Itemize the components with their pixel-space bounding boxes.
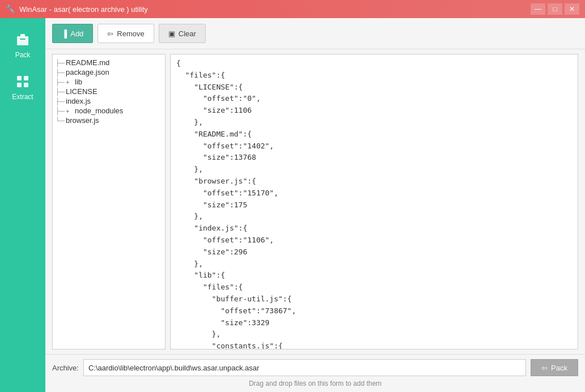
extract-label: Extract	[12, 93, 33, 101]
close-button[interactable]: ✕	[565, 3, 579, 15]
archive-label: Archive:	[52, 364, 79, 372]
clear-label: Clear	[179, 29, 196, 38]
clear-icon: ▣	[168, 29, 175, 38]
app-body: Pack Extract ▐ Add ⇦ Remove	[0, 18, 585, 392]
main-panel: ├─ README.md ├─ package.json ├─ + lib ├─…	[45, 49, 585, 354]
add-button[interactable]: ▐ Add	[52, 24, 93, 43]
list-item: ├─ LICENSE	[55, 87, 163, 96]
pack-icon	[14, 31, 32, 49]
pack-button[interactable]: ⇦ Pack	[531, 359, 578, 376]
add-label: Add	[70, 29, 83, 38]
archive-input[interactable]	[83, 359, 526, 376]
svg-rect-3	[17, 76, 22, 80]
extract-icon	[14, 73, 32, 91]
pack-icon: ⇦	[541, 364, 548, 372]
sidebar-item-pack[interactable]: Pack	[0, 24, 45, 66]
maximize-button[interactable]: □	[548, 3, 562, 15]
add-icon: ▐	[62, 29, 67, 38]
svg-rect-5	[17, 83, 22, 87]
content-area: ▐ Add ⇦ Remove ▣ Clear ├─ README.md ├	[45, 18, 585, 392]
svg-rect-6	[24, 83, 28, 87]
list-item: └─ browser.js	[55, 116, 163, 125]
clear-button[interactable]: ▣ Clear	[159, 24, 206, 43]
archive-row: Archive: ⇦ Pack	[52, 359, 578, 376]
remove-label: Remove	[117, 29, 144, 38]
list-item: ├─ package.json	[55, 67, 163, 77]
sidebar-item-extract[interactable]: Extract	[0, 66, 45, 108]
minimize-button[interactable]: —	[531, 3, 545, 15]
list-item: ├─ + lib	[55, 77, 163, 87]
json-viewer[interactable]: { "files":{ "LICENSE":{ "offset":"0", "s…	[170, 54, 578, 350]
title-bar: 🔧 WinAsar - asar( electron archive ) uti…	[0, 0, 585, 18]
svg-rect-2	[20, 39, 26, 40]
svg-rect-4	[24, 76, 28, 80]
remove-button[interactable]: ⇦ Remove	[98, 24, 154, 43]
window-title: WinAsar - asar( electron archive ) utili…	[19, 5, 531, 14]
toolbar: ▐ Add ⇦ Remove ▣ Clear	[45, 18, 585, 49]
window-controls: — □ ✕	[531, 3, 579, 15]
sidebar: Pack Extract	[0, 18, 45, 392]
pack-label: Pack	[551, 364, 567, 372]
list-item: ├─ + node_modules	[55, 106, 163, 116]
svg-rect-0	[17, 36, 28, 45]
list-item: ├─ index.js	[55, 96, 163, 106]
drop-hint: Drag and drop files on this form to add …	[52, 380, 578, 387]
app-icon: 🔧	[6, 5, 15, 14]
bottom-bar: Archive: ⇦ Pack Drag and drop files on t…	[45, 354, 585, 392]
remove-icon: ⇦	[107, 29, 113, 38]
file-tree[interactable]: ├─ README.md ├─ package.json ├─ + lib ├─…	[52, 54, 166, 350]
svg-rect-1	[20, 34, 25, 37]
pack-label: Pack	[15, 51, 31, 59]
list-item: ├─ README.md	[55, 58, 163, 67]
